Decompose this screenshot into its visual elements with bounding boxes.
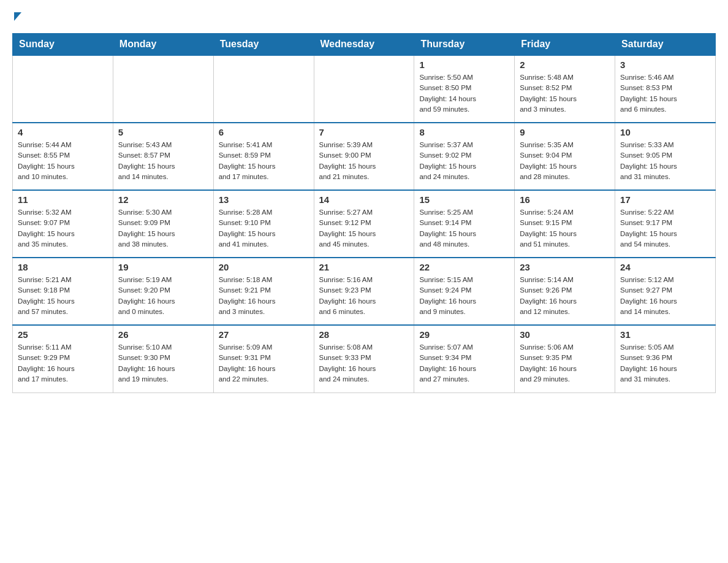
day-number: 15 bbox=[419, 194, 509, 205]
calendar-body: 1Sunrise: 5:50 AM Sunset: 8:50 PM Daylig… bbox=[13, 55, 716, 393]
day-number: 3 bbox=[620, 59, 710, 70]
day-info: Sunrise: 5:30 AM Sunset: 9:09 PM Dayligh… bbox=[118, 207, 208, 250]
day-info: Sunrise: 5:09 AM Sunset: 9:31 PM Dayligh… bbox=[219, 342, 309, 385]
day-info: Sunrise: 5:39 AM Sunset: 9:00 PM Dayligh… bbox=[319, 140, 409, 182]
calendar-cell: 30Sunrise: 5:06 AM Sunset: 9:35 PM Dayli… bbox=[515, 325, 615, 393]
logo bbox=[12, 12, 21, 21]
calendar-cell: 20Sunrise: 5:18 AM Sunset: 9:21 PM Dayli… bbox=[213, 258, 314, 325]
calendar-cell: 2Sunrise: 5:48 AM Sunset: 8:52 PM Daylig… bbox=[515, 55, 615, 123]
calendar-week-row: 1Sunrise: 5:50 AM Sunset: 8:50 PM Daylig… bbox=[13, 55, 716, 123]
calendar-cell bbox=[213, 55, 314, 123]
day-number: 28 bbox=[319, 329, 409, 340]
calendar-week-row: 18Sunrise: 5:21 AM Sunset: 9:18 PM Dayli… bbox=[13, 258, 716, 325]
day-number: 1 bbox=[419, 59, 509, 70]
weekday-header-monday: Monday bbox=[113, 34, 213, 56]
day-number: 13 bbox=[219, 194, 309, 205]
day-info: Sunrise: 5:11 AM Sunset: 9:29 PM Dayligh… bbox=[18, 342, 108, 385]
calendar-cell: 27Sunrise: 5:09 AM Sunset: 9:31 PM Dayli… bbox=[213, 325, 314, 393]
calendar-cell: 17Sunrise: 5:22 AM Sunset: 9:17 PM Dayli… bbox=[615, 190, 716, 258]
calendar-cell: 6Sunrise: 5:41 AM Sunset: 8:59 PM Daylig… bbox=[213, 123, 314, 190]
day-info: Sunrise: 5:07 AM Sunset: 9:34 PM Dayligh… bbox=[419, 342, 509, 385]
calendar-cell: 25Sunrise: 5:11 AM Sunset: 9:29 PM Dayli… bbox=[13, 325, 113, 393]
logo-general bbox=[12, 12, 21, 21]
day-info: Sunrise: 5:41 AM Sunset: 8:59 PM Dayligh… bbox=[219, 140, 309, 182]
day-number: 29 bbox=[419, 329, 509, 340]
weekday-header-tuesday: Tuesday bbox=[213, 34, 314, 56]
day-info: Sunrise: 5:05 AM Sunset: 9:36 PM Dayligh… bbox=[620, 342, 710, 385]
day-number: 16 bbox=[520, 194, 610, 205]
day-info: Sunrise: 5:44 AM Sunset: 8:55 PM Dayligh… bbox=[18, 140, 108, 182]
day-info: Sunrise: 5:08 AM Sunset: 9:33 PM Dayligh… bbox=[319, 342, 409, 385]
calendar-cell: 4Sunrise: 5:44 AM Sunset: 8:55 PM Daylig… bbox=[13, 123, 113, 190]
day-number: 14 bbox=[319, 194, 409, 205]
logo-triangle-icon bbox=[14, 12, 21, 21]
page-header bbox=[12, 12, 716, 21]
day-number: 31 bbox=[620, 329, 710, 340]
calendar-cell: 16Sunrise: 5:24 AM Sunset: 9:15 PM Dayli… bbox=[515, 190, 615, 258]
calendar-cell: 3Sunrise: 5:46 AM Sunset: 8:53 PM Daylig… bbox=[615, 55, 716, 123]
calendar-cell: 13Sunrise: 5:28 AM Sunset: 9:10 PM Dayli… bbox=[213, 190, 314, 258]
weekday-header-row: SundayMondayTuesdayWednesdayThursdayFrid… bbox=[13, 34, 716, 56]
calendar-cell: 18Sunrise: 5:21 AM Sunset: 9:18 PM Dayli… bbox=[13, 258, 113, 325]
calendar-cell: 28Sunrise: 5:08 AM Sunset: 9:33 PM Dayli… bbox=[314, 325, 414, 393]
day-number: 20 bbox=[219, 262, 309, 272]
weekday-header-thursday: Thursday bbox=[414, 34, 515, 56]
calendar-cell: 24Sunrise: 5:12 AM Sunset: 9:27 PM Dayli… bbox=[615, 258, 716, 325]
calendar-cell: 21Sunrise: 5:16 AM Sunset: 9:23 PM Dayli… bbox=[314, 258, 414, 325]
day-number: 9 bbox=[520, 127, 610, 137]
day-number: 26 bbox=[118, 329, 208, 340]
day-info: Sunrise: 5:15 AM Sunset: 9:24 PM Dayligh… bbox=[419, 275, 509, 317]
day-info: Sunrise: 5:12 AM Sunset: 9:27 PM Dayligh… bbox=[620, 275, 710, 317]
day-number: 11 bbox=[18, 194, 108, 205]
day-info: Sunrise: 5:19 AM Sunset: 9:20 PM Dayligh… bbox=[118, 275, 208, 317]
day-info: Sunrise: 5:25 AM Sunset: 9:14 PM Dayligh… bbox=[419, 207, 509, 250]
day-info: Sunrise: 5:14 AM Sunset: 9:26 PM Dayligh… bbox=[520, 275, 610, 317]
calendar-cell: 26Sunrise: 5:10 AM Sunset: 9:30 PM Dayli… bbox=[113, 325, 213, 393]
day-info: Sunrise: 5:33 AM Sunset: 9:05 PM Dayligh… bbox=[620, 140, 710, 182]
day-number: 27 bbox=[219, 329, 309, 340]
day-number: 24 bbox=[620, 262, 710, 272]
calendar-cell: 11Sunrise: 5:32 AM Sunset: 9:07 PM Dayli… bbox=[13, 190, 113, 258]
day-info: Sunrise: 5:50 AM Sunset: 8:50 PM Dayligh… bbox=[419, 72, 509, 115]
day-number: 18 bbox=[18, 262, 108, 272]
calendar-cell: 31Sunrise: 5:05 AM Sunset: 9:36 PM Dayli… bbox=[615, 325, 716, 393]
day-number: 12 bbox=[118, 194, 208, 205]
day-info: Sunrise: 5:46 AM Sunset: 8:53 PM Dayligh… bbox=[620, 72, 710, 115]
day-number: 4 bbox=[18, 127, 108, 137]
day-info: Sunrise: 5:27 AM Sunset: 9:12 PM Dayligh… bbox=[319, 207, 409, 250]
day-number: 17 bbox=[620, 194, 710, 205]
day-number: 21 bbox=[319, 262, 409, 272]
day-number: 30 bbox=[520, 329, 610, 340]
calendar-cell: 8Sunrise: 5:37 AM Sunset: 9:02 PM Daylig… bbox=[414, 123, 515, 190]
day-number: 22 bbox=[419, 262, 509, 272]
calendar-cell: 15Sunrise: 5:25 AM Sunset: 9:14 PM Dayli… bbox=[414, 190, 515, 258]
weekday-header-friday: Friday bbox=[515, 34, 615, 56]
day-info: Sunrise: 5:10 AM Sunset: 9:30 PM Dayligh… bbox=[118, 342, 208, 385]
calendar-header: SundayMondayTuesdayWednesdayThursdayFrid… bbox=[13, 34, 716, 56]
day-number: 7 bbox=[319, 127, 409, 137]
calendar-cell: 10Sunrise: 5:33 AM Sunset: 9:05 PM Dayli… bbox=[615, 123, 716, 190]
calendar-week-row: 4Sunrise: 5:44 AM Sunset: 8:55 PM Daylig… bbox=[13, 123, 716, 190]
calendar-cell: 29Sunrise: 5:07 AM Sunset: 9:34 PM Dayli… bbox=[414, 325, 515, 393]
calendar-cell bbox=[13, 55, 113, 123]
calendar-cell: 1Sunrise: 5:50 AM Sunset: 8:50 PM Daylig… bbox=[414, 55, 515, 123]
day-number: 19 bbox=[118, 262, 208, 272]
calendar-cell: 22Sunrise: 5:15 AM Sunset: 9:24 PM Dayli… bbox=[414, 258, 515, 325]
day-number: 6 bbox=[219, 127, 309, 137]
calendar-cell: 14Sunrise: 5:27 AM Sunset: 9:12 PM Dayli… bbox=[314, 190, 414, 258]
day-number: 8 bbox=[419, 127, 509, 137]
calendar-cell: 5Sunrise: 5:43 AM Sunset: 8:57 PM Daylig… bbox=[113, 123, 213, 190]
weekday-header-saturday: Saturday bbox=[615, 34, 716, 56]
day-info: Sunrise: 5:32 AM Sunset: 9:07 PM Dayligh… bbox=[18, 207, 108, 250]
calendar-cell bbox=[314, 55, 414, 123]
weekday-header-sunday: Sunday bbox=[13, 34, 113, 56]
weekday-header-wednesday: Wednesday bbox=[314, 34, 414, 56]
day-number: 23 bbox=[520, 262, 610, 272]
day-number: 2 bbox=[520, 59, 610, 70]
calendar-week-row: 25Sunrise: 5:11 AM Sunset: 9:29 PM Dayli… bbox=[13, 325, 716, 393]
calendar-cell: 12Sunrise: 5:30 AM Sunset: 9:09 PM Dayli… bbox=[113, 190, 213, 258]
day-info: Sunrise: 5:48 AM Sunset: 8:52 PM Dayligh… bbox=[520, 72, 610, 115]
day-number: 25 bbox=[18, 329, 108, 340]
day-info: Sunrise: 5:22 AM Sunset: 9:17 PM Dayligh… bbox=[620, 207, 710, 250]
day-info: Sunrise: 5:43 AM Sunset: 8:57 PM Dayligh… bbox=[118, 140, 208, 182]
